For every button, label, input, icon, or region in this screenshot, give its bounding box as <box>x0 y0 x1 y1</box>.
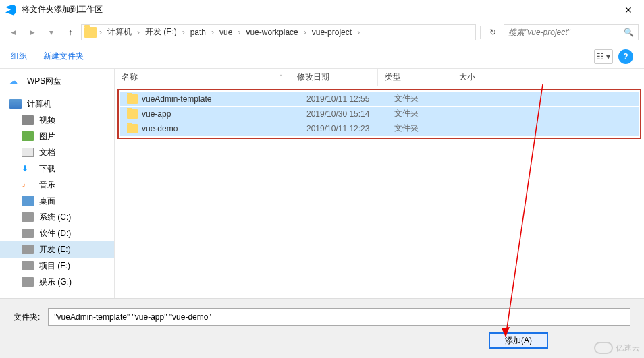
file-row[interactable]: vueAdmin-template 2019/10/11 12:55 文件夹 <box>120 92 639 107</box>
file-type: 文件夹 <box>387 123 462 134</box>
computer-icon <box>9 99 22 109</box>
sidebar-item-pictures[interactable]: 图片 <box>0 128 114 144</box>
watermark: 亿速云 <box>594 342 640 354</box>
search-input[interactable] <box>508 28 624 37</box>
sidebar-item-music[interactable]: ♪音乐 <box>0 177 114 193</box>
titlebar: 将文件夹添加到工作区 ✕ <box>0 0 644 20</box>
window-title: 将文件夹添加到工作区 <box>22 4 618 16</box>
image-icon <box>22 131 34 141</box>
close-button[interactable]: ✕ <box>618 5 639 16</box>
forward-button: ► <box>24 24 41 40</box>
sidebar-label: 开发 (E:) <box>39 244 71 256</box>
navbar: ◄ ► ▾ ↑ › 计算机 › 开发 (E:) › path › vue › v… <box>0 20 644 44</box>
drive-icon <box>22 229 34 238</box>
sidebar-item-wps[interactable]: ☁WPS网盘 <box>0 73 114 89</box>
file-row[interactable]: vue-demo 2019/10/11 12:23 文件夹 <box>120 121 639 136</box>
file-date: 2019/10/11 12:23 <box>300 124 387 133</box>
file-list: vueAdmin-template 2019/10/11 12:55 文件夹 v… <box>117 89 641 139</box>
vscode-icon <box>5 5 16 16</box>
chevron-right-icon: › <box>356 28 361 37</box>
new-folder-button[interactable]: 新建文件夹 <box>43 51 84 62</box>
sidebar-item-video[interactable]: 视频 <box>0 112 114 128</box>
folder-icon <box>127 94 138 104</box>
sidebar-label: 计算机 <box>27 98 51 110</box>
breadcrumb-item[interactable]: 开发 (E:) <box>142 26 180 38</box>
sidebar-item-drive-g[interactable]: 娱乐 (G:) <box>0 274 114 290</box>
chevron-right-icon: › <box>236 28 242 37</box>
sidebar-label: 软件 (D:) <box>39 228 71 239</box>
sidebar-label: 视频 <box>39 115 55 126</box>
file-type: 文件夹 <box>387 108 462 119</box>
video-icon <box>22 115 34 125</box>
sidebar-label: 图片 <box>39 131 55 142</box>
sidebar-item-documents[interactable]: 文档 <box>0 144 114 160</box>
col-type[interactable]: 类型 <box>378 69 452 86</box>
sidebar-label: 音乐 <box>39 179 55 191</box>
chevron-right-icon: › <box>302 28 308 37</box>
breadcrumb-item[interactable]: path <box>188 28 209 37</box>
back-button[interactable]: ◄ <box>5 24 22 40</box>
folder-icon <box>127 124 138 133</box>
col-name[interactable]: 名称˄ <box>115 69 290 86</box>
sidebar-label: 娱乐 (G:) <box>39 276 72 288</box>
recent-button[interactable]: ▾ <box>43 24 59 40</box>
folder-icon <box>84 27 97 38</box>
drive-icon <box>22 277 34 287</box>
sidebar-label: 下载 <box>39 163 55 175</box>
organize-button[interactable]: 组织 <box>11 51 27 62</box>
view-options-button[interactable]: ☷ ▾ <box>594 49 613 64</box>
column-header: 名称˄ 修改日期 类型 大小 <box>115 69 644 86</box>
folder-input[interactable] <box>48 308 630 326</box>
sidebar-label: 系统 (C:) <box>39 212 71 223</box>
music-icon: ♪ <box>22 180 34 189</box>
search-icon[interactable]: 🔍 <box>624 28 634 37</box>
document-icon <box>22 148 34 157</box>
desktop-icon <box>22 196 34 206</box>
drive-icon <box>22 245 34 254</box>
sidebar-label: 项目 (F:) <box>39 260 70 272</box>
file-date: 2019/10/30 15:14 <box>300 109 387 119</box>
drive-icon <box>22 261 34 270</box>
download-icon: ⬇ <box>22 164 34 173</box>
refresh-button[interactable]: ↻ <box>485 24 501 40</box>
add-button[interactable]: 添加(A) <box>489 332 548 349</box>
file-area: 名称˄ 修改日期 类型 大小 vueAdmin-template 2019/10… <box>115 69 644 311</box>
up-button[interactable]: ↑ <box>62 24 78 40</box>
file-type: 文件夹 <box>387 93 462 105</box>
cloud-icon: ☁ <box>9 76 22 86</box>
sidebar-item-drive-c[interactable]: 系统 (C:) <box>0 209 114 225</box>
search-box[interactable]: 🔍 <box>504 24 639 40</box>
sidebar-item-downloads[interactable]: ⬇下载 <box>0 160 114 177</box>
cloud-icon <box>594 342 613 354</box>
file-row[interactable]: vue-app 2019/10/30 15:14 文件夹 <box>120 107 639 121</box>
sidebar-item-drive-d[interactable]: 软件 (D:) <box>0 225 114 241</box>
drive-icon <box>22 212 34 222</box>
folder-label: 文件夹: <box>14 311 40 323</box>
toolbar: 组织 新建文件夹 ☷ ▾ ? <box>0 44 644 69</box>
col-date[interactable]: 修改日期 <box>290 69 378 86</box>
separator <box>480 26 481 39</box>
breadcrumb-item[interactable]: vue-project <box>309 28 354 37</box>
sidebar-label: WPS网盘 <box>27 76 61 87</box>
breadcrumb-item[interactable]: vue <box>217 28 235 37</box>
chevron-right-icon: › <box>136 28 141 37</box>
sidebar-item-desktop[interactable]: 桌面 <box>0 193 114 209</box>
chevron-right-icon: › <box>98 28 103 37</box>
sidebar-item-drive-e[interactable]: 开发 (E:) <box>0 241 114 258</box>
chevron-right-icon: › <box>181 28 186 37</box>
sidebar[interactable]: ☁WPS网盘 计算机 视频 图片 文档 ⬇下载 ♪音乐 桌面 系统 (C:) 软… <box>0 69 115 311</box>
file-name: vue-app <box>142 109 300 119</box>
breadcrumb[interactable]: › 计算机 › 开发 (E:) › path › vue › vue-workp… <box>81 24 476 40</box>
file-name: vue-demo <box>142 124 300 133</box>
sidebar-label: 桌面 <box>39 196 55 207</box>
breadcrumb-item[interactable]: vue-workplace <box>243 28 300 37</box>
sidebar-item-computer[interactable]: 计算机 <box>0 96 114 112</box>
col-size[interactable]: 大小 <box>452 69 506 86</box>
watermark-text: 亿速云 <box>616 342 640 354</box>
help-button[interactable]: ? <box>618 49 633 64</box>
sidebar-label: 文档 <box>39 147 55 158</box>
sidebar-item-drive-f[interactable]: 项目 (F:) <box>0 258 114 274</box>
main-area: ☁WPS网盘 计算机 视频 图片 文档 ⬇下载 ♪音乐 桌面 系统 (C:) 软… <box>0 69 644 311</box>
breadcrumb-item[interactable]: 计算机 <box>105 26 134 38</box>
sort-icon: ˄ <box>279 73 283 81</box>
